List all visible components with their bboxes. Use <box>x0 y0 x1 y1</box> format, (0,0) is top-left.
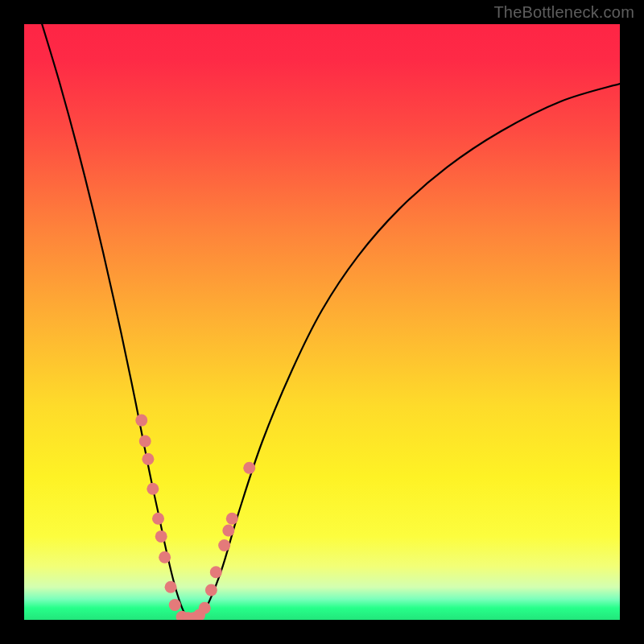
sample-point <box>152 513 164 525</box>
sample-point <box>169 599 181 611</box>
chart-frame: TheBottleneck.com <box>0 0 644 644</box>
sample-point <box>243 462 255 474</box>
sample-point <box>135 415 147 427</box>
sample-point <box>218 539 230 551</box>
sample-point <box>210 566 222 578</box>
sample-point <box>165 581 177 593</box>
sample-point <box>142 453 154 465</box>
sample-point-markers <box>135 415 255 620</box>
sample-point <box>147 483 159 495</box>
sample-point <box>139 436 151 448</box>
sample-point <box>205 584 217 597</box>
sample-point <box>222 525 234 537</box>
watermark-text: TheBottleneck.com <box>493 3 634 22</box>
sample-point <box>226 513 238 525</box>
bottleneck-curve <box>42 24 620 619</box>
sample-point <box>155 530 167 543</box>
sample-point <box>159 551 171 564</box>
sample-point <box>199 602 211 614</box>
plot-area <box>24 24 620 620</box>
chart-overlay-svg <box>24 24 620 620</box>
